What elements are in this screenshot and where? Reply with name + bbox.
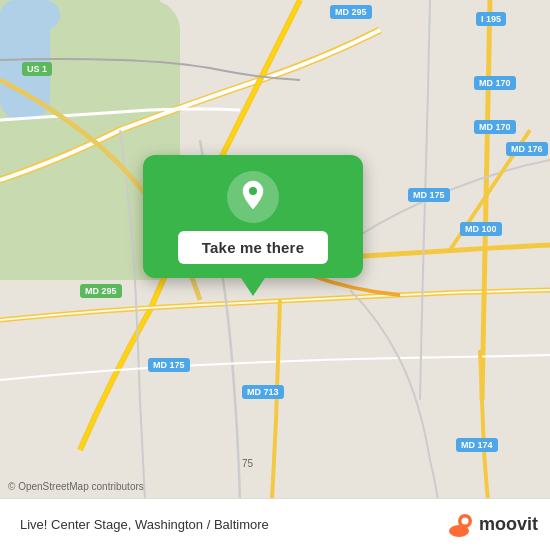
badge-i195: I 195: [476, 12, 506, 26]
badge-md100: MD 100: [460, 222, 502, 236]
moovit-logo-icon: [443, 509, 475, 541]
svg-point-1: [249, 187, 257, 195]
badge-md175-left: MD 175: [148, 358, 190, 372]
map-copyright: © OpenStreetMap contributors: [8, 481, 144, 492]
popup-card: Take me there: [143, 155, 363, 278]
label-75: 75: [242, 458, 253, 469]
badge-md295: MD 295: [80, 284, 122, 298]
bottom-bar: Live! Center Stage, Washington / Baltimo…: [0, 498, 550, 550]
badge-md295-top: MD 295: [330, 5, 372, 19]
svg-point-4: [461, 517, 468, 524]
badge-md170-2: MD 170: [474, 120, 516, 134]
badge-md175-right: MD 175: [408, 188, 450, 202]
badge-md174: MD 174: [456, 438, 498, 452]
badge-us1: US 1: [22, 62, 52, 76]
map-container: I 195 MD 170 MD 170 MD 175 MD 176 MD 100…: [0, 0, 550, 550]
badge-md176: MD 176: [506, 142, 548, 156]
map-pin-icon: [227, 171, 279, 223]
take-me-there-button[interactable]: Take me there: [178, 231, 328, 264]
moovit-logo: moovit: [443, 509, 538, 541]
badge-md713: MD 713: [242, 385, 284, 399]
moovit-text: moovit: [479, 514, 538, 535]
badge-md170-1: MD 170: [474, 76, 516, 90]
venue-name: Live! Center Stage, Washington / Baltimo…: [20, 517, 443, 532]
